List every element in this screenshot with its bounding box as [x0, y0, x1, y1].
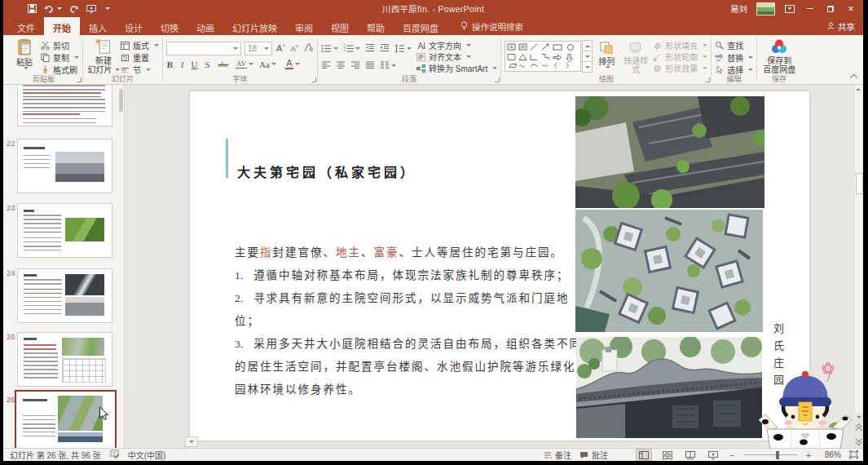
notes-button[interactable]: 备注	[544, 449, 571, 461]
convert-to-smartart-button[interactable]: 转换为 SmartArt	[416, 63, 497, 73]
shapes-gallery-scroll[interactable]	[582, 41, 593, 74]
ribbon-display-options-button[interactable]	[784, 4, 795, 14]
customize-qat-icon[interactable]	[105, 7, 110, 10]
zoom-in-button[interactable]: +	[805, 450, 812, 460]
slide-thumbnail-21[interactable]	[17, 85, 112, 126]
shape-outline-button[interactable]: 形状轮廓	[653, 51, 707, 62]
change-case-button[interactable]: Aa	[259, 60, 270, 69]
slideshow-view-button[interactable]	[706, 450, 720, 460]
character-spacing-button[interactable]: AV	[236, 60, 247, 69]
slide-image-aerial-rooftops[interactable]	[575, 96, 764, 208]
drawing-dialog-launcher[interactable]	[705, 78, 710, 82]
account-user-name[interactable]: 易刘	[730, 2, 747, 15]
zoom-level[interactable]: 86%	[820, 450, 841, 459]
underline-button[interactable]: U	[191, 60, 198, 69]
language-indicator[interactable]: 中文(中国)	[128, 449, 166, 461]
tab-file[interactable]: 文件	[8, 17, 44, 35]
thumbnail-scrollbar[interactable]	[119, 89, 123, 112]
tab-slideshow[interactable]: 幻灯片放映	[223, 17, 286, 35]
tab-view[interactable]: 视图	[322, 17, 358, 35]
italic-button[interactable]: I	[179, 60, 185, 69]
start-slideshow-icon[interactable]	[86, 5, 96, 13]
shape-effects-button[interactable]: 形状效果	[653, 63, 707, 73]
bold-button[interactable]: B	[166, 60, 174, 69]
align-text-button[interactable]: 对齐文本	[416, 51, 497, 62]
slide-26-canvas[interactable]: 大夫第宅园（私家宅园） 主要指封建官僚、地主、富豪、士人等居住的宅第与庄园。 1…	[190, 91, 809, 441]
zoom-slider-thumb[interactable]	[776, 451, 779, 459]
slide-title[interactable]: 大夫第宅园（私家宅园）	[237, 162, 416, 181]
font-color-button[interactable]: A	[285, 59, 293, 69]
font-name-input[interactable]	[166, 42, 241, 55]
close-button[interactable]: ×	[845, 4, 857, 14]
arrange-button[interactable]: 排列	[593, 38, 620, 74]
text-shadow-button[interactable]: S	[204, 60, 211, 69]
comments-button[interactable]: 批注	[579, 449, 608, 461]
paste-button[interactable]: 粘贴	[8, 38, 41, 74]
slide-thumbnail-22[interactable]	[17, 139, 112, 193]
fit-slide-to-window-button[interactable]	[849, 450, 858, 460]
tab-baidu-netdisk[interactable]: 百度网盘	[394, 17, 447, 35]
decrease-indent-button[interactable]	[365, 41, 375, 55]
zoom-out-button[interactable]: −	[729, 450, 735, 460]
slide-image-curved-gable-roof[interactable]	[576, 337, 762, 438]
undo-icon[interactable]	[44, 5, 62, 13]
tab-design[interactable]: 设计	[116, 17, 152, 35]
tab-help[interactable]: 帮助	[358, 17, 394, 35]
quick-styles-button[interactable]: 快速样式	[620, 38, 651, 74]
paragraph-dialog-launcher[interactable]	[495, 78, 500, 82]
increase-indent-button[interactable]	[380, 41, 390, 55]
tell-me-search[interactable]: 操作说明搜索	[460, 17, 523, 35]
clear-formatting-button[interactable]	[303, 41, 314, 55]
tab-transitions[interactable]: 切换	[152, 17, 187, 35]
restore-button[interactable]	[825, 4, 836, 14]
columns-button[interactable]	[380, 61, 396, 69]
slide-body-text[interactable]: 主要指封建官僚、地主、富豪、士人等居住的宅第与庄园。 1.遵循中轴对称基本布局，…	[235, 241, 587, 401]
clipboard-dialog-launcher[interactable]	[77, 78, 82, 82]
slide-image-courtyard-aerial[interactable]	[575, 210, 763, 332]
collapse-ribbon-icon[interactable]	[850, 74, 858, 82]
replace-button[interactable]: 替换	[715, 52, 753, 63]
save-to-baidu-netdisk-button[interactable]: 保存到 百度网盘	[760, 38, 798, 74]
bullets-button[interactable]	[321, 44, 338, 53]
slide-thumbnail-24[interactable]	[17, 268, 112, 323]
save-icon[interactable]	[28, 4, 37, 13]
minimize-button[interactable]	[804, 4, 816, 14]
slide-thumbnail-23[interactable]	[17, 203, 112, 258]
align-center-button[interactable]	[336, 58, 346, 73]
tab-animations[interactable]: 动画	[187, 17, 223, 35]
cut-button[interactable]: 剪切	[41, 40, 79, 51]
ribbon: 粘贴 剪切 复制 格式刷 剪贴板	[3, 35, 863, 85]
redo-icon[interactable]	[69, 5, 79, 13]
text-direction-button[interactable]: 文字方向	[416, 40, 497, 51]
align-left-button[interactable]	[321, 58, 331, 73]
tab-home[interactable]: 开始	[44, 17, 80, 35]
canvas-scrollbar-thumb[interactable]	[856, 173, 863, 194]
slide-sorter-view-button[interactable]	[660, 450, 675, 460]
numbering-button[interactable]	[343, 44, 360, 53]
increase-font-size-button[interactable]: A˄	[275, 43, 286, 53]
tab-insert[interactable]: 插入	[80, 17, 116, 35]
copy-button[interactable]: 复制	[41, 52, 79, 63]
strikethrough-button[interactable]: abc	[217, 60, 230, 69]
account-avatar[interactable]	[756, 2, 775, 16]
reset-button[interactable]: 重置	[121, 52, 159, 63]
spell-check-icon[interactable]	[110, 450, 119, 460]
zoom-slider[interactable]	[743, 454, 797, 455]
line-spacing-button[interactable]	[394, 44, 412, 53]
layout-button[interactable]: 版式	[121, 40, 159, 51]
find-button[interactable]: 查找	[715, 40, 753, 51]
share-button[interactable]: 共享	[827, 17, 855, 35]
shapes-gallery[interactable]	[504, 41, 581, 72]
pane-splitter-handle[interactable]	[185, 436, 198, 447]
justify-button[interactable]	[365, 58, 375, 73]
font-dialog-launcher[interactable]	[311, 78, 316, 82]
font-size-input[interactable]: 18	[245, 42, 272, 55]
reading-view-button[interactable]	[683, 450, 698, 460]
slide-thumbnail-25[interactable]	[17, 332, 112, 387]
align-right-button[interactable]	[350, 58, 360, 73]
normal-view-button[interactable]	[636, 449, 652, 461]
decrease-font-size-button[interactable]: A˅	[289, 44, 300, 53]
tab-review[interactable]: 审阅	[286, 17, 322, 35]
new-slide-button[interactable]: 新建 幻灯片	[86, 38, 121, 74]
shape-fill-button[interactable]: 形状填充	[653, 40, 707, 51]
